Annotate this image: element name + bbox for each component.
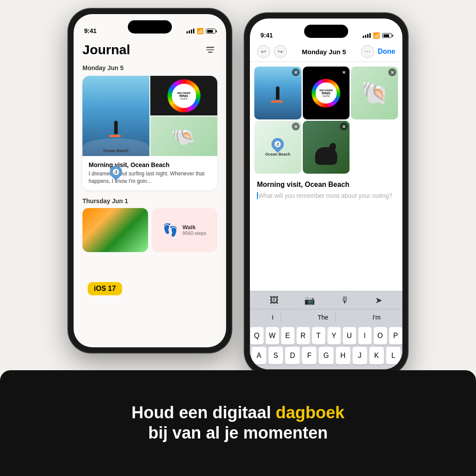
shell-icon: 🐚 xyxy=(170,123,197,149)
journal-title: Journal xyxy=(82,42,130,57)
key-r[interactable]: R xyxy=(297,327,310,345)
audio-btn[interactable]: 🎙 xyxy=(341,295,350,305)
pred-word-2[interactable]: The xyxy=(311,313,336,322)
keyboard-row-1: Q W E R T Y U I O P xyxy=(252,327,401,345)
editor-shell-img[interactable]: ✕ 🐚 xyxy=(351,67,398,119)
date-label-1: Monday Jun 5 xyxy=(82,64,217,71)
keyboard-toolbar: 🖼 📷 🎙 ➤ xyxy=(250,291,402,309)
nature-photo xyxy=(82,208,148,252)
signal-icon xyxy=(186,29,194,33)
editor-content: ↩ ↪ Monday Jun 5 ··· Done ✕ xyxy=(250,41,402,369)
battery-icon-right xyxy=(382,33,392,38)
card-images: DECODER RING SLATE 🐚 xyxy=(82,76,217,156)
remove-shell-btn[interactable]: ✕ xyxy=(388,68,396,76)
text-cursor xyxy=(257,192,258,199)
left-screen: 9:41 📶 Journal xyxy=(74,14,226,347)
key-q[interactable]: Q xyxy=(250,327,264,345)
decoder-ring-image: DECODER RING SLATE xyxy=(150,76,217,115)
key-t[interactable]: T xyxy=(312,327,325,345)
key-o[interactable]: O xyxy=(374,327,387,345)
keyboard-row-2: A S D F G H J K L xyxy=(252,347,401,364)
pred-word-1[interactable]: I xyxy=(265,313,281,322)
key-h[interactable]: H xyxy=(336,347,350,364)
signal-icon-right xyxy=(363,33,371,38)
key-k[interactable]: K xyxy=(369,347,384,364)
share-btn[interactable]: ➤ xyxy=(375,295,383,305)
battery-icon xyxy=(206,29,216,33)
editor-text-area[interactable]: Morning visit, Ocean Beach What will you… xyxy=(250,176,402,291)
editor-decoder-img[interactable]: ✕ DECODER RING SLATE xyxy=(303,67,350,119)
walk-label: Walk xyxy=(182,224,206,231)
journal-card[interactable]: DECODER RING SLATE 🐚 xyxy=(82,76,217,190)
map-label: Ocean Beach xyxy=(82,149,149,153)
card-text: Morning visit, Ocean Beach I dreamed abo… xyxy=(82,156,217,190)
journal-content: Journal Monday Jun 5 xyxy=(74,37,226,347)
key-g[interactable]: G xyxy=(319,347,333,364)
editor-images: ✕ ✕ DECODER RING SLATE xyxy=(250,62,402,176)
key-y[interactable]: Y xyxy=(327,327,341,345)
dynamic-island-right xyxy=(304,25,348,38)
remove-map-btn[interactable]: ✕ xyxy=(292,123,300,130)
key-s[interactable]: S xyxy=(268,347,283,364)
left-phone: 9:41 📶 Journal xyxy=(68,9,231,353)
right-phone: 9:41 📶 ↩ xyxy=(245,13,408,375)
banner-text: Houd een digitaal dagboek bij van al je … xyxy=(131,403,345,443)
pred-word-3[interactable]: I'm xyxy=(365,313,387,322)
editor-placeholder[interactable]: What will you remember most about your o… xyxy=(257,191,395,201)
dynamic-island-left xyxy=(128,20,172,33)
banner-text-yellow: dagboek xyxy=(276,403,345,422)
editor-toolbar: ↩ ↪ Monday Jun 5 ··· Done xyxy=(250,41,402,62)
wifi-icon: 📶 xyxy=(197,28,204,34)
wifi-icon-right: 📶 xyxy=(373,32,380,39)
key-l[interactable]: L xyxy=(386,347,401,364)
key-f[interactable]: F xyxy=(302,347,316,364)
menu-icon[interactable] xyxy=(203,43,217,57)
key-j[interactable]: J xyxy=(353,347,367,364)
toolbar-title: Monday Jun 5 xyxy=(290,48,357,56)
activity-cards: 👣 Walk 9560 steps xyxy=(82,208,217,252)
key-i[interactable]: I xyxy=(358,327,372,345)
camera-btn[interactable]: 📷 xyxy=(304,295,315,305)
banner-text-white2: bij van al je momenten xyxy=(148,424,328,442)
ios-badge: iOS 17 xyxy=(88,282,122,295)
walk-steps: 9560 steps xyxy=(182,231,206,236)
key-p[interactable]: P xyxy=(389,327,402,345)
walk-info: Walk 9560 steps xyxy=(182,224,206,236)
key-u[interactable]: U xyxy=(343,327,356,345)
more-button[interactable]: ··· xyxy=(361,45,374,58)
editor-dog-img[interactable]: ✕ xyxy=(303,121,350,174)
entry-title: Morning visit, Ocean Beach xyxy=(89,161,211,168)
journal-header: Journal xyxy=(82,42,217,57)
key-d[interactable]: D xyxy=(285,347,300,364)
editor-map-img[interactable]: ✕ 🏖 Ocean Beach xyxy=(254,121,301,174)
photo-library-btn[interactable]: 🖼 xyxy=(270,295,279,305)
entry-body: I dreamed about surfing last night. When… xyxy=(89,170,211,185)
right-screen: 9:41 📶 ↩ xyxy=(250,19,402,369)
editor-map-label: Ocean Beach xyxy=(265,152,290,157)
predictive-bar: I The I'm xyxy=(250,309,402,325)
beach-photo xyxy=(82,76,149,156)
shell-photo: 🐚 xyxy=(150,116,217,156)
editor-beach-img[interactable]: ✕ xyxy=(254,67,301,119)
status-icons-left: 📶 xyxy=(186,28,216,34)
keyboard: Q W E R T Y U I O P A S D xyxy=(250,325,402,369)
done-button[interactable]: Done xyxy=(378,48,395,56)
remove-beach-btn[interactable]: ✕ xyxy=(292,68,300,76)
remove-decoder-btn[interactable]: ✕ xyxy=(340,68,348,76)
walk-card: 👣 Walk 9560 steps xyxy=(152,208,217,252)
editor-title: Morning visit, Ocean Beach xyxy=(257,181,395,189)
undo-button[interactable]: ↩ xyxy=(257,45,270,58)
key-a[interactable]: A xyxy=(252,347,266,364)
remove-dog-btn[interactable]: ✕ xyxy=(340,123,348,130)
bottom-banner: Houd een digitaal dagboek bij van al je … xyxy=(0,370,476,476)
date-label-2: Thursday Jun 1 xyxy=(82,197,217,205)
key-w[interactable]: W xyxy=(266,327,279,345)
banner-text-white1: Houd een digitaal xyxy=(131,403,275,422)
redo-button[interactable]: ↪ xyxy=(274,45,287,58)
status-icons-right: 📶 xyxy=(363,32,392,39)
key-e[interactable]: E xyxy=(281,327,294,345)
footprints-icon: 👣 xyxy=(163,223,178,237)
